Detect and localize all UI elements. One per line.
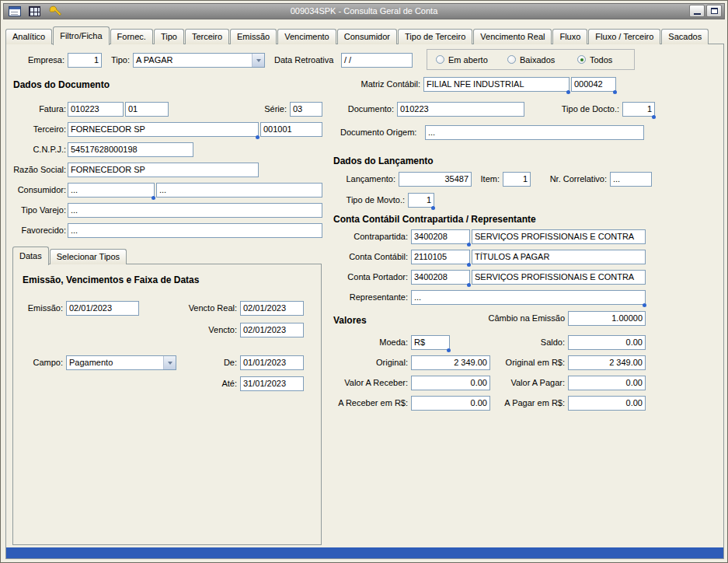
documento-origem-field[interactable]: ... (425, 125, 644, 140)
terceiro-name-field[interactable]: FORNECEDOR SP (68, 122, 259, 137)
radio-circle-icon (436, 55, 444, 64)
valor-pagar-field[interactable]: 0.00 (568, 376, 646, 390)
saldo-field[interactable]: 0.00 (568, 335, 646, 350)
tab-fluxo-terceiro[interactable]: Fluxo / Terceiro (588, 29, 660, 44)
conta-contabil-label: Conta Contábil: (341, 250, 408, 264)
consumidor-label: Consumidor: (2, 183, 66, 198)
minimize-button[interactable] (689, 5, 705, 17)
tab-vencimento[interactable]: Vencimento (277, 29, 336, 44)
app-window: 009034SPK - Consulta Geral de Conta Anal… (0, 0, 728, 563)
grid-icon[interactable] (29, 6, 40, 16)
receber-rs-label: A Receber em R$: (332, 396, 408, 411)
conta-contabil-code-field[interactable]: 2110105 (411, 250, 470, 264)
tab-vencimento-real[interactable]: Vencimento Real (473, 29, 552, 44)
documento-label: Documento: (333, 102, 394, 117)
receber-rs-field[interactable]: 0.00 (411, 396, 490, 411)
matriz-contabil-code-field[interactable]: 000042 (571, 77, 616, 92)
title-bar: 009034SPK - Consulta Geral de Conta (3, 3, 725, 19)
data-retroativa-field[interactable]: / / (341, 53, 413, 68)
tab-fornec[interactable]: Fornec. (110, 29, 153, 44)
subtab-datas[interactable]: Datas (12, 247, 49, 265)
wrench-icon[interactable] (48, 5, 61, 18)
fatura-field[interactable]: 010223 (68, 102, 124, 117)
original-rs-field[interactable]: 2 349.00 (568, 355, 646, 370)
pagar-rs-label: A Pagar em R$: (492, 396, 565, 411)
fatura-seq-field[interactable]: 01 (125, 102, 169, 117)
de-field[interactable]: 01/01/2023 (240, 355, 304, 370)
tab-terceiro[interactable]: Terceiro (185, 29, 229, 44)
representante-field[interactable]: ... (411, 290, 646, 305)
tipo-movto-field[interactable]: 1 (408, 193, 434, 208)
tab-sacados[interactable]: Sacados (661, 29, 709, 44)
vencto-real-field[interactable]: 02/01/2023 (240, 301, 304, 316)
tipo-docto-label: Tipo de Docto.: (543, 102, 619, 117)
ate-label: Até: (217, 376, 237, 391)
pagar-rs-field[interactable]: 0.00 (568, 396, 646, 411)
contrapartida-name-field[interactable]: SERVIÇOS PROFISSIONAIS E CONTRA (472, 229, 646, 244)
data-retroativa-label: Data Retroativa (274, 53, 340, 68)
consumidor-name-field[interactable]: ... (156, 183, 322, 198)
maximize-button[interactable] (706, 5, 722, 17)
maximize-icon (711, 8, 718, 14)
radio-baixados[interactable]: Baixados (507, 52, 555, 67)
item-field[interactable]: 1 (503, 172, 531, 187)
cambio-emissao-field[interactable]: 1.00000 (568, 311, 646, 326)
de-label: De: (218, 355, 237, 370)
form-icon[interactable] (9, 6, 21, 16)
campo-combo-dropdown-button[interactable] (163, 356, 176, 369)
moeda-field[interactable]: R$ (411, 335, 450, 350)
representante-label: Representante: (333, 290, 408, 305)
moeda-label: Moeda: (357, 335, 408, 350)
conta-portador-code-field[interactable]: 3400208 (411, 270, 470, 285)
empresa-field[interactable]: 1 (68, 53, 102, 68)
contrapartida-code-field[interactable]: 3400208 (411, 229, 470, 244)
documento-field[interactable]: 010223 (397, 102, 524, 117)
nr-correlativo-field[interactable]: ... (610, 172, 652, 187)
campo-combo[interactable]: Pagamento (66, 355, 176, 370)
cnpj-field[interactable]: 54517628000198 (68, 142, 193, 157)
valor-pagar-label: Valor A Pagar: (493, 376, 565, 390)
serie-label: Série: (254, 102, 287, 117)
documento-origem-label: Documento Origem: (340, 125, 423, 140)
tab-tipo[interactable]: Tipo (154, 29, 184, 44)
ate-field[interactable]: 31/01/2023 (240, 376, 304, 391)
subtab-selecionar-tipos[interactable]: Selecionar Tipos (50, 249, 127, 264)
campo-label: Campo: (21, 355, 63, 370)
toolbar-icons (9, 4, 61, 19)
terceiro-code-field[interactable]: 001001 (260, 122, 322, 137)
tab-fluxo[interactable]: Fluxo (552, 29, 587, 44)
chevron-down-icon (256, 59, 261, 62)
faixa-datas-heading: Emissão, Vencimentos e Faixa de Datas (23, 275, 199, 285)
tipo-varejo-field[interactable]: ... (68, 203, 322, 218)
radio-baixados-label: Baixados (520, 55, 555, 65)
tab-tipo-de-terceiro[interactable]: Tipo de Terceiro (398, 29, 472, 44)
tab-consumidor[interactable]: Consumidor (337, 29, 397, 44)
lancamento-field[interactable]: 35487 (399, 172, 472, 187)
radio-em-aberto[interactable]: Em aberto (436, 52, 488, 67)
contrapartida-label: Contrapartida: (341, 229, 408, 244)
tipo-combo-dropdown-button[interactable] (252, 54, 264, 67)
radio-circle-selected-icon (577, 55, 586, 64)
razao-social-field[interactable]: FORNECEDOR SP (68, 163, 259, 177)
original-field[interactable]: 2 349.00 (411, 355, 490, 370)
tipo-combo[interactable]: A PAGAR (133, 53, 265, 68)
valor-receber-field[interactable]: 0.00 (411, 376, 490, 390)
emissao-field[interactable]: 02/01/2023 (66, 301, 139, 316)
valores-heading: Valores (333, 315, 367, 326)
matriz-contabil-name-field[interactable]: FILIAL NFE INDUSTRIAL (423, 77, 570, 92)
radio-em-aberto-label: Em aberto (448, 55, 488, 65)
conta-portador-name-field[interactable]: SERVIÇOS PROFISSIONAIS E CONTRA (472, 270, 646, 285)
consumidor-code-field[interactable]: ... (68, 183, 155, 198)
serie-field[interactable]: 03 (290, 102, 322, 117)
vencto-field[interactable]: 02/01/2023 (240, 323, 304, 337)
conta-contabil-name-field[interactable]: TÍTULOS A PAGAR (472, 250, 646, 264)
radio-todos[interactable]: Todos (577, 52, 612, 67)
tab-emissao[interactable]: Emissão (230, 29, 277, 44)
tipo-docto-field[interactable]: 1 (622, 102, 655, 117)
datas-tab-bar: Datas Selecionar Tipos (12, 247, 127, 264)
favorecido-field[interactable]: ... (68, 223, 322, 238)
radio-circle-icon (507, 55, 516, 64)
tab-filtro-ficha[interactable]: Filtro/Ficha (53, 26, 109, 45)
razao-social-label: Razão Social: (2, 163, 66, 177)
tab-analitico[interactable]: Analítico (5, 29, 52, 44)
